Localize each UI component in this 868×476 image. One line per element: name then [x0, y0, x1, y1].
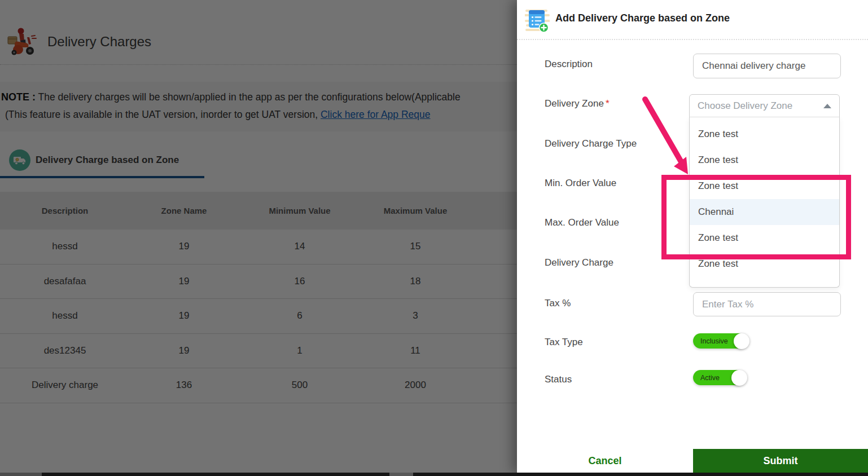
delivery-zone-select[interactable]: Choose Delivery Zone [689, 94, 840, 117]
tax-percent-input[interactable] [693, 292, 841, 316]
add-delivery-charge-modal: Add Delivery Charge based on Zone Descri… [517, 0, 868, 473]
delivery-charge-label: Delivery Charge [545, 257, 613, 268]
status-toggle[interactable]: Active [693, 370, 744, 385]
zone-option-chennai[interactable]: Chennai [690, 199, 839, 225]
toggle-knob [731, 370, 747, 386]
tax-type-label: Tax Type [545, 337, 583, 348]
zone-option[interactable]: Zone test [690, 173, 839, 199]
tax-percent-label: Tax % [545, 298, 571, 309]
bottom-bar-segment [389, 473, 413, 476]
max-order-value-label: Max. Order Value [545, 217, 619, 228]
zone-option[interactable]: Zone test [690, 225, 839, 251]
delivery-zone-placeholder: Choose Delivery Zone [698, 100, 823, 112]
caret-up-icon [823, 104, 831, 108]
status-label: Status [545, 374, 572, 385]
modal-header: Add Delivery Charge based on Zone [517, 0, 868, 40]
bottom-bar-segment [0, 473, 42, 476]
toggle-knob [734, 333, 749, 349]
zone-option[interactable]: Zone test [690, 251, 839, 277]
cancel-button[interactable]: Cancel [517, 449, 693, 473]
min-order-value-label: Min. Order Value [545, 178, 616, 189]
delivery-zone-options-list: Zone test Zone test Zone test Chennai Zo… [689, 117, 840, 288]
delivery-zone-label: Delivery Zone* [545, 98, 610, 109]
tax-type-toggle[interactable]: Inclusive [693, 333, 746, 349]
screen: Delivery Charges NOTE : The delivery cha… [0, 0, 868, 476]
description-input[interactable] [693, 54, 841, 78]
status-toggle-label: Active [693, 374, 737, 382]
description-label: Description [545, 59, 593, 70]
add-list-icon [525, 6, 550, 36]
required-asterisk: * [606, 98, 610, 109]
bottom-bar [0, 473, 868, 476]
submit-button[interactable]: Submit [693, 449, 868, 473]
zone-option[interactable]: Zone test [690, 121, 839, 147]
delivery-charge-type-label: Delivery Charge Type [545, 138, 637, 149]
zone-option[interactable]: Zone test [690, 147, 839, 173]
modal-title: Add Delivery Charge based on Zone [555, 12, 730, 24]
